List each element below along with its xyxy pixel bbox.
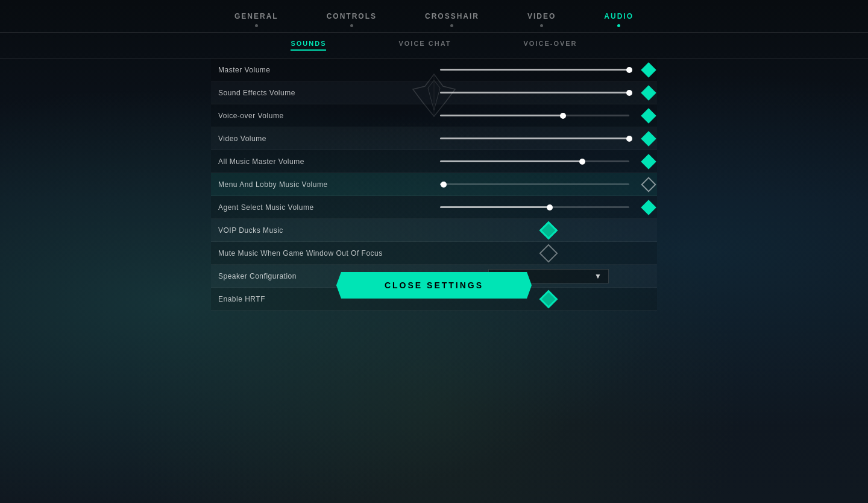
nav-dot-general (255, 24, 258, 27)
control-master-volume (440, 62, 657, 78)
nav-item-audio[interactable]: AUDIO (604, 12, 634, 32)
reset-lobby-music[interactable] (640, 176, 657, 193)
row-master-volume: Master Volume (211, 59, 657, 81)
row-voip-ducks: VOIP Ducks Music (211, 219, 657, 242)
row-agent-music: Agent Select Music Volume (211, 196, 657, 219)
top-nav: GENERAL CONTROLS CROSSHAIR VIDEO AUDIO (0, 0, 868, 33)
row-mute-focus: Mute Music When Game Window Out Of Focus (211, 242, 657, 265)
reset-agent-music[interactable] (640, 199, 657, 216)
dropdown-arrow-icon: ▼ (594, 272, 602, 280)
label-voip-ducks: VOIP Ducks Music (211, 226, 440, 235)
slider-voiceover-volume[interactable] (440, 115, 629, 116)
label-music-master: All Music Master Volume (211, 157, 440, 166)
control-lobby-music (440, 176, 657, 193)
toggle-voip-ducks[interactable] (539, 221, 558, 240)
close-btn-container: CLOSE SETTINGS (336, 272, 532, 299)
nav-dot-crosshair (450, 24, 453, 27)
row-video-volume: Video Volume (211, 127, 657, 150)
label-video-volume: Video Volume (211, 134, 440, 143)
label-agent-music: Agent Select Music Volume (211, 203, 440, 212)
reset-voiceover-volume[interactable] (640, 107, 657, 124)
slider-video-volume[interactable] (440, 138, 629, 139)
reset-music-master[interactable] (640, 153, 657, 170)
control-voip-ducks[interactable] (440, 221, 657, 240)
close-settings-button[interactable]: CLOSE SETTINGS (336, 272, 532, 299)
label-voiceover-volume: Voice-over Volume (211, 112, 440, 120)
subnav-sounds[interactable]: SOUNDS (291, 40, 326, 51)
control-video-volume (440, 130, 657, 147)
control-voiceover-volume (440, 107, 657, 124)
nav-dot-audio (617, 24, 620, 27)
label-master-volume: Master Volume (211, 66, 440, 74)
nav-item-general[interactable]: GENERAL (234, 12, 278, 32)
nav-item-crosshair[interactable]: CROSSHAIR (425, 12, 479, 32)
row-lobby-music: Menu And Lobby Music Volume (211, 173, 657, 196)
slider-agent-music[interactable] (440, 206, 629, 208)
label-mute-focus: Mute Music When Game Window Out Of Focus (211, 249, 440, 258)
label-lobby-music: Menu And Lobby Music Volume (211, 180, 440, 189)
slider-music-master[interactable] (440, 160, 629, 162)
slider-lobby-music[interactable] (440, 183, 629, 185)
subnav-voicechat[interactable]: VOICE CHAT (398, 40, 451, 51)
control-mute-focus[interactable] (440, 244, 657, 263)
row-music-master: All Music Master Volume (211, 150, 657, 173)
row-sfx-volume: Sound Effects Volume (211, 81, 657, 104)
label-sfx-volume: Sound Effects Volume (211, 89, 440, 97)
row-voiceover-volume: Voice-over Volume (211, 104, 657, 127)
control-music-master (440, 153, 657, 170)
nav-dot-video (540, 24, 543, 27)
subnav-voiceover[interactable]: VOICE-OVER (524, 40, 577, 51)
nav-item-video[interactable]: VIDEO (527, 12, 556, 32)
reset-master-volume[interactable] (640, 62, 657, 78)
toggle-enable-hrtf[interactable] (539, 289, 558, 309)
slider-sfx-volume[interactable] (440, 92, 629, 93)
toggle-mute-focus[interactable] (539, 244, 558, 263)
reset-sfx-volume[interactable] (640, 84, 657, 101)
sub-nav: SOUNDS VOICE CHAT VOICE-OVER (0, 33, 868, 59)
control-sfx-volume (440, 84, 657, 101)
control-agent-music (440, 199, 657, 216)
nav-dot-controls (350, 24, 353, 27)
slider-master-volume[interactable] (440, 69, 629, 71)
reset-video-volume[interactable] (640, 130, 657, 147)
nav-item-controls[interactable]: CONTROLS (327, 12, 377, 32)
